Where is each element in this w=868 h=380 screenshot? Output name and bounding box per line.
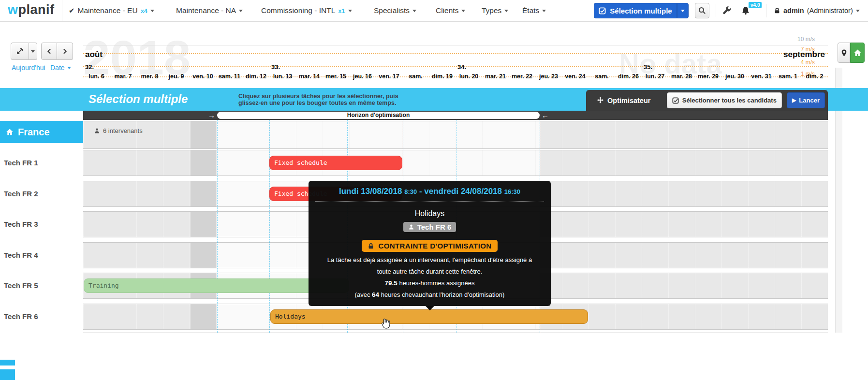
map-view-button[interactable] — [838, 43, 850, 63]
chevron-down-icon — [31, 50, 35, 53]
day-label: lun. 20 — [456, 73, 482, 80]
optimizer-panel: Optimisateur Sélectionner tous les candi… — [586, 90, 828, 111]
wind-speed-label: 4 m/s — [774, 59, 815, 66]
menu-maintenance-eu[interactable]: ✔ Maintenance - EU x4 — [69, 0, 154, 21]
day-label: mar. 14 — [296, 73, 323, 80]
grid-bottom-border — [83, 333, 828, 333]
tooltip-overlap: (avec 64 heures chevauchant l'horizon d'… — [309, 291, 551, 298]
banner-hint: Cliquez sur plusieurs tâches pour les sé… — [238, 93, 398, 106]
multi-select-dropdown-button[interactable] — [677, 3, 689, 18]
today-link[interactable]: Aujourd'hui — [12, 64, 45, 72]
horizon-guide-line — [217, 120, 218, 333]
zoom-range-dropdown-button[interactable] — [29, 43, 37, 60]
previous-period-button[interactable] — [41, 43, 57, 60]
banner-hint-line2: glissez-en une pour les bouger toutes en… — [238, 100, 398, 106]
user-menu[interactable]: admin (Administrator) — [774, 0, 860, 21]
day-label: sam. — [588, 73, 615, 80]
arrow-left-icon[interactable]: ← — [542, 111, 549, 120]
menu-label: Commissioning - INTL — [261, 6, 335, 15]
menu-clients[interactable]: Clients — [436, 0, 465, 21]
lock-icon — [774, 7, 780, 14]
day-label: ven. 31 — [748, 73, 775, 80]
day-label: lun. 6 — [83, 73, 110, 80]
day-label: dim. 26 — [615, 73, 642, 80]
next-period-button[interactable] — [57, 43, 73, 60]
lock-icon — [368, 243, 374, 249]
play-icon: ▶ — [792, 97, 796, 103]
tooltip-hours: 79.5 heures-hommes assignées — [309, 279, 551, 287]
wind-speed-label: 10 m/s — [774, 36, 815, 43]
menu-commissioning-intl[interactable]: Commissioning - INTL x1 — [261, 0, 352, 21]
home-view-button[interactable] — [850, 43, 865, 63]
row-label-tech-fr-4: Tech FR 4 — [4, 251, 38, 259]
menu-specialists[interactable]: Specialists — [374, 0, 416, 21]
row-label-tech-fr-2: Tech FR 2 — [4, 190, 38, 198]
task-bar-holidays[interactable]: Holidays — [270, 309, 588, 324]
tooltip-overlap-value: 64 — [372, 291, 379, 298]
menu-maintenance-na[interactable]: Maintenance - NA — [176, 0, 243, 21]
day-label: mar. 28 — [668, 73, 695, 80]
group-block-partial[interactable] — [0, 360, 15, 365]
multi-select-label: Sélection multiple — [610, 7, 672, 15]
menu-label: États — [522, 6, 539, 15]
resources-header-band — [83, 121, 828, 149]
day-label: ven. 17 — [376, 73, 402, 80]
menu-count-badge: x4 — [141, 7, 147, 15]
tooltip-hours-suffix: heures-hommes assignées — [399, 279, 474, 287]
chevron-down-icon — [542, 10, 546, 12]
tooltip-overlap-suffix: heures chevauchant l'horizon d'optimisat… — [381, 291, 505, 298]
version-badge: v4.0 — [749, 2, 762, 8]
day-label: mar. 21 — [482, 73, 509, 80]
search-button[interactable] — [695, 3, 709, 18]
banner-hint-line1: Cliquez sur plusieurs tâches pour les sé… — [238, 93, 398, 100]
arrow-right-icon[interactable]: → — [208, 111, 215, 120]
day-label: mer. 15 — [323, 73, 349, 80]
optimization-horizon-range[interactable]: Horizon d'optimisation — [217, 112, 540, 119]
group-block-partial[interactable] — [0, 369, 15, 380]
settings-button[interactable] — [722, 6, 731, 15]
tooltip-end-time: 16:30 — [504, 188, 520, 195]
home-icon — [6, 128, 14, 136]
week-number: 35. — [644, 63, 652, 71]
menu-label: Maintenance - NA — [176, 6, 236, 15]
mouse-cursor-hand — [381, 318, 390, 330]
move-arrows-icon — [597, 97, 604, 104]
tooltip-date-range: lundi 13/08/2018 8:30 - vendredi 24/08/2… — [309, 187, 551, 196]
row-label-tech-fr-3: Tech FR 3 — [4, 220, 38, 228]
chevron-down-icon — [856, 10, 860, 12]
day-label: jeu. 9 — [163, 73, 190, 80]
tooltip-range-separator: - — [419, 187, 422, 196]
location-pin-icon — [840, 49, 848, 57]
day-label: jeu. 16 — [349, 73, 376, 80]
divider — [315, 201, 544, 202]
logo-rest: planif — [18, 2, 55, 17]
select-all-candidates-button[interactable]: Sélectionner tous les candidats — [667, 92, 782, 108]
chevron-down-icon — [348, 10, 352, 12]
day-label: lun. 27 — [642, 73, 668, 80]
tooltip-end-date: vendredi 24/08/2018 — [424, 187, 502, 196]
menu-etats[interactable]: États — [522, 0, 546, 21]
zoom-range-button[interactable] — [11, 43, 29, 60]
check-square-icon — [599, 7, 606, 15]
row-label-tech-fr-1: Tech FR 1 — [4, 159, 38, 167]
menu-types[interactable]: Types — [482, 0, 508, 21]
chevron-down-icon — [150, 10, 154, 12]
week-number: 34. — [457, 63, 466, 71]
chevron-down-icon — [681, 10, 685, 12]
task-bar-fixed-schedule-1[interactable]: Fixed schedule — [269, 156, 402, 170]
month-label-august: août — [85, 50, 103, 59]
group-header-france[interactable]: France — [0, 121, 83, 143]
multi-select-button[interactable]: Sélection multiple — [594, 3, 677, 18]
chevron-down-icon — [461, 10, 465, 12]
resources-count-label: 6 intervenants — [103, 127, 143, 134]
expand-diagonal-icon — [16, 47, 24, 55]
launch-label: Lancer — [799, 97, 820, 104]
date-link[interactable]: Date — [50, 64, 71, 72]
today-label: Aujourd'hui — [12, 64, 45, 72]
row-band-tech-fr-1[interactable] — [83, 150, 828, 176]
app-logo[interactable]: wplanif — [8, 2, 55, 17]
launch-button[interactable]: ▶ Lancer — [787, 92, 825, 108]
month-label-september: septembre — [767, 50, 825, 59]
day-label: mer. 22 — [509, 73, 535, 80]
divider — [62, 0, 62, 21]
